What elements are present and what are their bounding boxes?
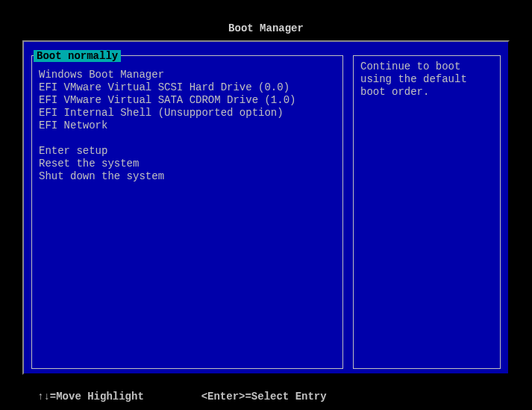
menu-item-efi-internal-shell[interactable]: EFI Internal Shell (Unsupported option) <box>39 107 336 119</box>
help-text: Continue to boot using the default boot … <box>360 60 493 99</box>
menu-item-reset-system[interactable]: Reset the system <box>39 158 336 170</box>
panel-border <box>353 55 501 369</box>
help-panel: Continue to boot using the default boot … <box>353 49 501 369</box>
hint-select-entry: <Enter>=Select Entry <box>201 391 327 403</box>
menu-spacer <box>39 132 336 145</box>
menu-content: Windows Boot Manager EFI VMware Virtual … <box>39 69 336 361</box>
menu-item-efi-network[interactable]: EFI Network <box>39 119 336 132</box>
main-panel: Boot normally Windows Boot Manager EFI V… <box>22 40 510 375</box>
hint-move-highlight: ↑↓=Move Highlight <box>37 391 144 403</box>
menu-item-windows-boot-manager[interactable]: Windows Boot Manager <box>39 69 336 81</box>
selected-option-highlight[interactable]: Boot normally <box>34 50 121 62</box>
menu-item-shutdown-system[interactable]: Shut down the system <box>39 170 336 183</box>
menu-item-efi-sata-cdrom[interactable]: EFI VMware Virtual SATA CDROM Drive (1.0… <box>39 94 336 107</box>
footer-hints: ↑↓=Move Highlight <Enter>=Select Entry <box>37 391 327 403</box>
boot-menu-panel: Boot normally Windows Boot Manager EFI V… <box>31 49 343 369</box>
menu-item-efi-scsi-drive[interactable]: EFI VMware Virtual SCSI Hard Drive (0.0) <box>39 81 336 94</box>
page-title: Boot Manager <box>22 19 510 40</box>
menu-item-enter-setup[interactable]: Enter setup <box>39 145 336 158</box>
